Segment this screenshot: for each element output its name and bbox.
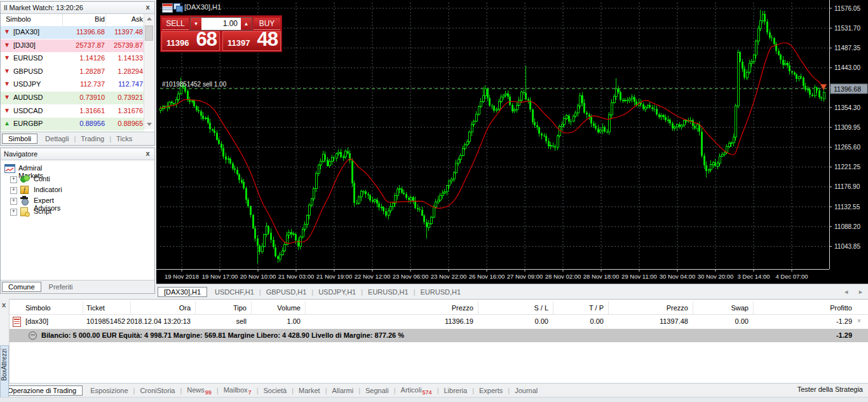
terminal-tab-news[interactable]: News99 — [182, 386, 217, 396]
volume-increase-button[interactable]: ▲ — [241, 18, 252, 30]
scroll-down-button[interactable] — [144, 119, 154, 129]
buy-price-panel[interactable]: 11397 48 — [222, 31, 281, 51]
market-watch-row[interactable]: ▼USDCAD1.316611.31676 — [1, 105, 144, 118]
tick-down-icon: ▼ — [4, 54, 10, 61]
terminal-column-header[interactable]: Swap — [653, 304, 749, 312]
terminal-tab-societ-[interactable]: Società — [258, 387, 292, 394]
ask-value: 1.31676 — [106, 107, 143, 114]
collapse-icon[interactable] — [29, 331, 37, 340]
svg-text:26 Nov 16:00: 26 Nov 16:00 — [469, 273, 505, 280]
expand-plus-icon[interactable]: + — [10, 198, 17, 205]
svg-text:3 Dec 14:00: 3 Dec 14:00 — [737, 273, 770, 280]
symbol-label: USDCAD — [13, 107, 43, 114]
terminal-tab-journal[interactable]: Journal — [510, 387, 543, 394]
order-cell: 0.00 — [508, 317, 604, 325]
terminal-tab-experts[interactable]: Experts — [474, 387, 508, 394]
navigator-item-label: Conti — [34, 175, 50, 183]
strategy-tester-label[interactable]: Tester della Strategia — [797, 385, 863, 393]
market-watch-header: SimboloBidAsk — [1, 14, 144, 27]
navigator-tabs: ComunePreferiti — [1, 280, 154, 293]
tab-comune[interactable]: Comune — [2, 282, 41, 292]
current-price-label: 11396.68 — [834, 85, 861, 93]
navigator-close-icon[interactable]: x — [144, 149, 152, 158]
expert-advisors-icon — [20, 196, 29, 205]
svg-text:11443.00: 11443.00 — [834, 64, 860, 71]
market-watch-row[interactable]: ▼[DJI30]25737.8725739.87 — [1, 39, 144, 52]
market-watch-title: Il Market Watch: 13:20:26 — [1, 2, 154, 14]
market-watch-toggle-icon[interactable] — [162, 3, 173, 13]
expand-plus-icon[interactable]: + — [10, 209, 17, 216]
chart-tab-usdjpy-h1[interactable]: USDJPY,H1 — [313, 288, 361, 296]
tabs-scroll-left-icon[interactable]: ◄ — [839, 289, 853, 295]
terminal-close-icon[interactable]: x — [2, 301, 6, 308]
terminal-column-header[interactable]: T / P — [508, 304, 604, 312]
symbol-label: USDJPY — [13, 80, 41, 88]
market-watch-row[interactable]: ▼[DAX30]11396.6811397.48 — [1, 26, 144, 39]
market-watch-close-icon[interactable]: x — [144, 3, 152, 11]
market-watch-scrollbar[interactable] — [144, 14, 154, 129]
tab-dettagli[interactable]: Dettagli — [40, 135, 74, 142]
tab-simboli[interactable]: Simboli — [2, 134, 37, 144]
terminal-tab-esposizione[interactable]: Esposizione — [85, 387, 133, 394]
svg-text:11176.90: 11176.90 — [834, 183, 860, 190]
chart-tab-usdchf-h1[interactable]: USDCHF,H1 — [210, 288, 259, 296]
scroll-up-button[interactable] — [144, 14, 154, 24]
sell-price-panel[interactable]: 11396 68 — [161, 31, 220, 51]
terminal-tab-mailbox[interactable]: Mailbox7 — [219, 386, 257, 396]
toolbox-label: BoxAttrezzi — [1, 349, 8, 381]
market-watch-row[interactable]: ▲EURGBP0.889560.88965 — [1, 118, 144, 130]
market-watch-panel: Il Market Watch: 13:20:26 x SimboloBidAs… — [0, 1, 155, 146]
sell-order-line-label: #1019851452 sell 1.00 — [162, 81, 227, 88]
svg-text:19 Nov 2018: 19 Nov 2018 — [165, 273, 199, 280]
market-watch-row[interactable]: ▼USDJPY112.737112.747 — [1, 78, 144, 91]
toolbox-vertical-tab[interactable]: BoxAttrezzi — [0, 345, 9, 401]
order-row[interactable]: [dax30]10198514522018.12.04 13:20:13sell… — [10, 315, 868, 328]
chart-area[interactable]: 11576.0511531.7011487.3511443.0011354.30… — [156, 0, 868, 284]
windows-icon[interactable] — [173, 3, 182, 11]
tabs-scroll-right-icon[interactable]: ► — [853, 289, 868, 295]
market-watch-row[interactable]: ▼AUDUSD0.739100.73921 — [1, 92, 144, 104]
market-watch-row[interactable]: ▼GBPUSD1.282871.28294 — [1, 66, 144, 78]
chart-tab-bar: [DAX30],H1USDCHF,H1|GBPUSD,H1|USDJPY,H1|… — [156, 284, 868, 300]
chart-tab--dax30-h1[interactable]: [DAX30],H1 — [158, 287, 207, 297]
terminal-tab-articoli[interactable]: Articoli574 — [396, 386, 437, 396]
column-header-bid[interactable]: Bid — [64, 15, 105, 23]
terminal-column-header[interactable]: Volume — [205, 304, 301, 312]
svg-text:11043.85: 11043.85 — [834, 243, 860, 250]
tick-down-icon: ▼ — [4, 28, 10, 35]
svg-text:11265.60: 11265.60 — [834, 144, 860, 151]
terminal-tab-cronistoria[interactable]: CroniStoria — [135, 387, 180, 394]
navigator-item-label: Indicatori — [34, 186, 62, 193]
svg-text:4 Dec 07:00: 4 Dec 07:00 — [775, 273, 808, 280]
terminal-tab-operazione-di-trading[interactable]: Operazione di Trading — [1, 385, 83, 396]
scroll-thumb[interactable] — [145, 25, 153, 41]
chart-tab-eurusd-h1[interactable]: EURUSD,H1 — [363, 288, 414, 296]
symbol-label: [DAX30] — [13, 28, 39, 36]
order-cell: 1.00 — [205, 317, 301, 325]
ask-value: 112.747 — [106, 80, 143, 88]
tab-ticks[interactable]: Ticks — [111, 135, 137, 142]
expand-plus-icon[interactable]: + — [10, 176, 17, 183]
column-header-simbolo[interactable]: Simbolo — [6, 15, 31, 23]
expand-plus-icon[interactable]: + — [10, 187, 17, 194]
tab-preferiti[interactable]: Preferiti — [44, 283, 78, 291]
navigator-title: Navigatore — [1, 148, 154, 160]
bid-value: 0.88956 — [64, 120, 105, 127]
column-header-ask[interactable]: Ask — [106, 15, 143, 23]
terminal-tab-segnali[interactable]: Segnali — [360, 387, 394, 394]
market-watch-row[interactable]: ▼EURUSD1.141261.14133 — [1, 52, 144, 65]
icon-part — [24, 175, 30, 181]
sell-button[interactable]: SELL — [162, 18, 189, 30]
terminal-column-header[interactable]: Profitto — [757, 304, 852, 312]
terminal-tab-allarmi[interactable]: Allarmi — [327, 387, 359, 394]
accounts-icon — [20, 174, 29, 183]
terminal-tab-market[interactable]: Market — [294, 387, 325, 394]
terminal-column-header[interactable]: Simbolo — [25, 304, 51, 312]
close-order-icon[interactable]: × — [857, 317, 861, 324]
tab-trading[interactable]: Trading — [76, 135, 109, 142]
chart-tab-eurusd-h1[interactable]: EURUSD,H1 — [416, 288, 466, 296]
chart-tab-gbpusd-h1[interactable]: GBPUSD,H1 — [261, 288, 312, 296]
terminal-tab-libreria[interactable]: Libreria — [438, 387, 472, 394]
ask-value: 1.14133 — [106, 54, 143, 62]
tick-down-icon: ▼ — [4, 107, 10, 114]
